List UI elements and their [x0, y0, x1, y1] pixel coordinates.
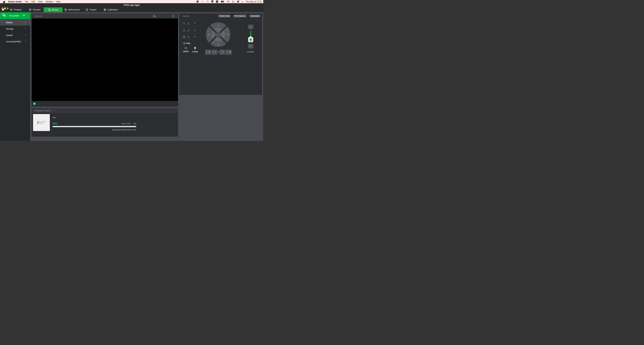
layer-info: Layer: N/A — [121, 123, 130, 125]
apple-menu-icon[interactable] — [3, 0, 5, 3]
bed-temp-unit: ℃ — [194, 29, 196, 32]
extruder-label: Extruder — [244, 51, 258, 53]
row-divider — [183, 33, 198, 34]
tab-home[interactable] — [1, 8, 5, 12]
tab-calibration[interactable]: Calibration — [102, 8, 119, 12]
tab-multi-device[interactable]: Multi-device — [63, 8, 81, 12]
z-axis-label: Z — [218, 51, 220, 53]
home-icon — [2, 8, 4, 11]
pause-print-button[interactable] — [142, 126, 143, 127]
crown-menubar-icon[interactable]: ♛ — [196, 1, 199, 3]
sidebar-item-label: Assistant(HMS) — [6, 40, 21, 43]
tab-label: Calibration — [108, 9, 118, 11]
z-step-label: 10 — [208, 51, 210, 53]
lamp-label[interactable]: Lamp — [192, 50, 198, 53]
sdcard-status-icon[interactable] — [153, 15, 156, 18]
menu-item-file[interactable]: File — [25, 1, 28, 3]
menu-clock[interactable]: Thu Sep 11 17:32 — [246, 1, 262, 3]
home-button[interactable] — [215, 32, 221, 38]
z-step-label: 10 — [229, 51, 231, 53]
window-title: PTFE clips tight — [0, 4, 263, 7]
z-down-10-button[interactable]: ↧10 — [226, 50, 232, 55]
extruder-extrude-button[interactable]: ▼ — [248, 44, 254, 49]
project-document-icon — [86, 9, 88, 11]
camera-panel-header: Camera — [32, 14, 178, 19]
z-step-label: 1 — [215, 51, 216, 53]
print-options-button[interactable]: Print Options — [234, 15, 246, 18]
menu-app-name[interactable]: Bambu Studio — [8, 1, 22, 3]
fan-speed-gauge-icon — [184, 47, 187, 50]
menu-item-view[interactable]: View — [38, 1, 42, 3]
estimated-finish-time: Estimated finish time: N/A — [108, 129, 136, 131]
sidebar-item-update[interactable]: Update › — [0, 32, 30, 38]
calibration-gear-icon — [104, 9, 106, 11]
window-chrome: PTFE clips tight Prepare Preview Device … — [0, 3, 263, 12]
menu-item-edit[interactable]: Edit — [32, 1, 35, 3]
calibration-button[interactable]: Calibration — [249, 15, 260, 18]
add-printer-button[interactable]: + — [23, 14, 25, 17]
sidebar-item-label: Update — [6, 34, 13, 37]
tab-label: Prepare — [14, 9, 22, 11]
assistant-ring-icon[interactable] — [207, 1, 208, 3]
a-square-icon[interactable]: A — [216, 1, 218, 3]
nozzle-temp-unit: ℃ — [194, 22, 196, 25]
extruder-retract-button[interactable]: ▲ — [248, 25, 254, 29]
printer-name-label: No printer — [10, 15, 19, 17]
chevron-right-icon: › — [25, 40, 26, 42]
fan-icon — [183, 42, 186, 45]
shield-s-icon[interactable]: S — [211, 1, 213, 3]
menu-item-window[interactable]: Window — [46, 1, 53, 3]
zoom-window-button[interactable] — [6, 8, 8, 10]
arrow-up-bar-icon: ↥ — [212, 51, 214, 53]
fan-lamp-divider — [190, 47, 190, 52]
tab-preview[interactable]: Preview — [28, 8, 42, 12]
camera-video-feed — [32, 19, 178, 101]
control-center-icon[interactable] — [237, 0, 239, 3]
bed-temp-icon — [183, 29, 186, 32]
tab-label: Project — [90, 9, 96, 11]
menu-item-help[interactable]: Help — [56, 1, 60, 3]
z-up-10-button[interactable]: ↥10 — [205, 50, 211, 55]
camera-title: Camera — [34, 15, 42, 17]
printer-parts-button[interactable]: Printer Parts — [218, 15, 230, 18]
arrow-down-bar-icon: ↧ — [226, 51, 228, 53]
wifi-icon[interactable] — [227, 0, 230, 3]
bambu-studio-screen: Bambu Studio File Edit View Window Help … — [0, 0, 263, 141]
sidebar-item-storage[interactable]: Storage › — [0, 26, 30, 32]
fan-speed-value[interactable]: 100% — [182, 50, 189, 53]
control-title: Control — [182, 15, 189, 17]
jog-bottom-divider — [201, 55, 243, 55]
tab-label: Device — [52, 9, 58, 11]
tab-label: Multi-device — [68, 9, 80, 11]
cloud-users-icon[interactable] — [201, 0, 204, 3]
camera-settings-hexagon-icon[interactable] — [172, 15, 174, 18]
fan-label[interactable]: Fan — [186, 42, 190, 45]
arrow-up-bar-icon: ↥ — [206, 51, 208, 53]
tab-device[interactable]: Device — [44, 8, 62, 12]
nozzle-temp-value[interactable]: _ /_ — [186, 22, 190, 25]
printing-progress-title: Printing Progress — [34, 109, 51, 112]
sidebar-item-assistant-hms[interactable]: Assistant(HMS) › — [0, 39, 30, 45]
z-down-1-button[interactable]: ↧1 — [219, 50, 225, 55]
arrow-down-bar-icon: ↧ — [220, 51, 222, 53]
tab-prepare[interactable]: Prepare — [9, 8, 23, 12]
row-divider — [183, 40, 198, 40]
z-up-1-button[interactable]: ↥1 — [212, 50, 218, 55]
battery-icon[interactable] — [221, 0, 224, 3]
screen-recording-dot — [242, 1, 243, 2]
macos-menu-bar: Bambu Studio File Edit View Window Help … — [0, 0, 263, 3]
printer-network-icon — [2, 14, 6, 17]
sidebar-item-status[interactable]: Status › — [0, 19, 30, 26]
bed-temp-value[interactable]: _ /_ — [186, 29, 190, 32]
printing-progress-panel: Printing Progress BambuLab N/A N/A Layer… — [32, 108, 178, 137]
camera-toolbar — [32, 101, 178, 107]
play-stream-button[interactable] — [33, 102, 36, 105]
bambu-lab-logo: BambuLab — [37, 121, 46, 124]
chamber-temp-value[interactable]: _ /_ — [186, 36, 190, 38]
tab-project[interactable]: Project — [84, 8, 98, 12]
z-step-label: 1 — [223, 51, 224, 53]
lamp-icon — [194, 47, 196, 50]
stop-print-button[interactable] — [146, 126, 148, 127]
search-icon[interactable] — [232, 0, 234, 3]
printer-selector[interactable]: › No printer + — [0, 12, 30, 19]
